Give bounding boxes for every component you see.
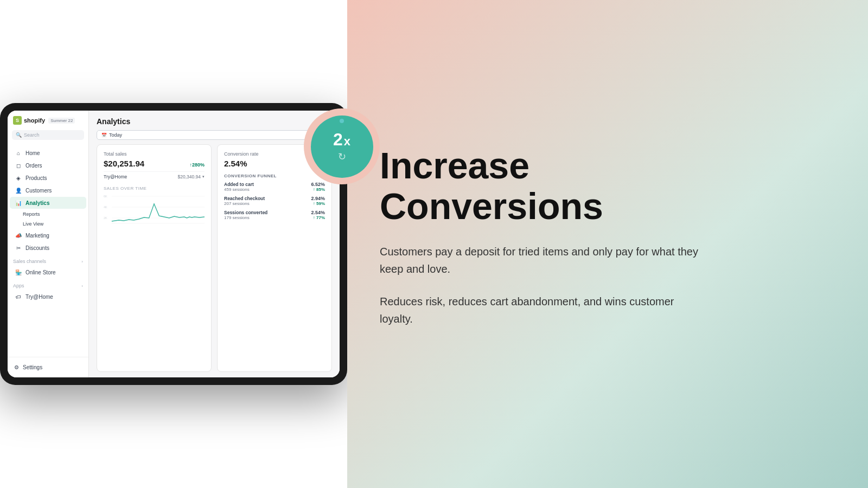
home-label: Home — [25, 150, 40, 156]
svg-text:2K: 2K — [104, 216, 107, 220]
search-bar[interactable]: 🔍 Search — [12, 130, 84, 140]
sidebar-item-online-store[interactable]: 🏪 Online Store — [10, 266, 86, 278]
sales-channels-section: Sales channels › — [8, 254, 88, 266]
marketing-label: Marketing — [25, 233, 49, 239]
analytics-label: Analytics — [25, 200, 49, 206]
circle-outer: 2 x ↻ — [304, 108, 380, 184]
chevron-icon: › — [81, 259, 83, 264]
sub-store-value: $20,340.94 ▾ — [177, 174, 205, 179]
calendar-icon: 📅 — [101, 133, 107, 138]
apps-section: Apps › — [8, 279, 88, 290]
conversion-rate-value: 2.54% — [224, 159, 247, 168]
store-badge: Summer 22 — [48, 118, 75, 124]
sidebar-footer: ⚙ Settings — [8, 357, 88, 377]
page-title: Analytics — [97, 117, 130, 126]
reports-label: Reports — [23, 211, 40, 217]
analytics-icon: 📊 — [15, 200, 22, 206]
sidebar-header: S shopify Summer 22 — [8, 111, 88, 128]
sidebar-item-reports[interactable]: Reports — [8, 209, 88, 219]
circle-dot — [340, 119, 344, 123]
checkout-pct: 2.94% — [311, 196, 325, 201]
svg-text:4K: 4K — [104, 206, 107, 209]
body-text-2: Reduces risk, reduces cart abandonment, … — [380, 293, 705, 328]
headline-line1: Increase — [380, 145, 705, 186]
shopify-logo: S shopify — [13, 116, 45, 125]
headline: Increase Conversions — [380, 145, 705, 227]
cart-change: ↑ 85% — [311, 187, 325, 192]
products-label: Products — [25, 175, 47, 181]
badge-number: 2 — [333, 131, 343, 148]
total-sales-change: ↑280% — [189, 162, 205, 168]
sidebar-item-discounts[interactable]: ✂ Discounts — [10, 242, 86, 254]
converted-change: ↑ 77% — [311, 215, 325, 220]
settings-icon: ⚙ — [14, 364, 19, 370]
circle-inner: 2 x ↻ — [311, 115, 373, 178]
right-content: Increase Conversions Customers pay a dep… — [380, 145, 705, 343]
date-filter-button[interactable]: 📅 Today — [97, 130, 332, 140]
discounts-icon: ✂ — [15, 245, 22, 251]
orders-label: Orders — [25, 163, 42, 169]
tryhome-icon: 🏷 — [15, 293, 22, 300]
tablet-mockup: S shopify Summer 22 🔍 Search ⌂ Home ◻ — [0, 103, 347, 385]
checkout-sessions: 207 sessions — [224, 201, 265, 206]
home-icon: ⌂ — [15, 150, 22, 156]
search-icon: 🔍 — [16, 132, 22, 138]
tablet-screen: S shopify Summer 22 🔍 Search ⌂ Home ◻ — [8, 111, 340, 377]
sidebar-item-customers[interactable]: 👤 Customers — [10, 184, 86, 196]
sub-store-row: Try@Home $20,340.94 ▾ — [104, 171, 205, 182]
sidebar-item-products[interactable]: ◈ Products — [10, 172, 86, 184]
shopify-logo-text: shopify — [24, 117, 45, 124]
sidebar-item-analytics[interactable]: 📊 Analytics — [10, 197, 86, 209]
sidebar-nav: ⌂ Home ◻ Orders ◈ Products 👤 Customers — [8, 144, 88, 357]
headline-line2: Conversions — [380, 186, 705, 227]
left-panel: S shopify Summer 22 🔍 Search ⌂ Home ◻ — [0, 0, 347, 488]
converted-sessions: 179 sessions — [224, 215, 267, 220]
discounts-label: Discounts — [25, 245, 49, 251]
checkout-label: Reached checkout — [224, 196, 265, 201]
badge-x: x — [344, 134, 350, 149]
marketing-icon: 📣 — [15, 232, 22, 239]
tryhome-label: Try@Home — [25, 294, 53, 300]
settings-item[interactable]: ⚙ Settings — [12, 362, 84, 373]
apps-chevron-icon: › — [81, 284, 83, 288]
shopify-logo-mark: S — [13, 116, 22, 125]
customers-label: Customers — [25, 188, 52, 194]
page-title-bar: Analytics — [89, 111, 340, 130]
analytics-grid: Total sales $20,251.94 ↑280% Try@Home $2… — [89, 144, 340, 377]
date-filter-label: Today — [109, 132, 122, 138]
refresh-icon: ↻ — [338, 151, 346, 163]
funnel-item-converted: Sessions converted 179 sessions 2.54% ↑ … — [224, 210, 325, 220]
customers-icon: 👤 — [15, 187, 22, 194]
funnel-item-checkout: Reached checkout 207 sessions 2.94% ↑ 59… — [224, 196, 325, 206]
svg-text:6K: 6K — [104, 195, 107, 198]
sidebar-item-marketing[interactable]: 📣 Marketing — [10, 229, 86, 241]
sidebar-item-tryhome[interactable]: 🏷 Try@Home — [10, 291, 86, 303]
body-text-1: Customers pay a deposit for tried items … — [380, 243, 705, 278]
search-placeholder: Search — [24, 132, 40, 138]
shopify-sidebar: S shopify Summer 22 🔍 Search ⌂ Home ◻ — [8, 111, 89, 377]
expand-icon: ▾ — [202, 175, 205, 179]
online-store-label: Online Store — [25, 269, 56, 275]
total-sales-card: Total sales $20,251.94 ↑280% Try@Home $2… — [97, 144, 212, 372]
sub-store-label: Try@Home — [104, 174, 127, 179]
chart-label: SALES OVER TIME — [104, 186, 205, 191]
products-icon: ◈ — [15, 175, 22, 181]
live-view-label: Live View — [23, 221, 43, 227]
main-content: Analytics 📅 Today Total sales $20,251.94 — [89, 111, 340, 377]
orders-icon: ◻ — [15, 162, 22, 169]
sidebar-item-live-view[interactable]: Live View — [8, 219, 88, 229]
converted-label: Sessions converted — [224, 210, 267, 215]
total-sales-label: Total sales — [104, 151, 205, 157]
right-panel: Increase Conversions Customers pay a dep… — [347, 0, 868, 488]
settings-label: Settings — [23, 364, 42, 370]
cart-label: Added to cart — [224, 182, 254, 187]
converted-pct: 2.54% — [311, 210, 325, 215]
cart-sessions: 459 sessions — [224, 187, 254, 192]
sidebar-item-home[interactable]: ⌂ Home — [10, 147, 86, 159]
conversion-badge: 2 x ↻ — [304, 108, 380, 184]
sales-chart: 6K 4K 2K — [104, 193, 205, 226]
online-store-icon: 🏪 — [15, 269, 22, 275]
checkout-change: ↑ 59% — [311, 201, 325, 206]
total-sales-value: $20,251.94 — [104, 159, 144, 168]
sidebar-item-orders[interactable]: ◻ Orders — [10, 159, 86, 171]
